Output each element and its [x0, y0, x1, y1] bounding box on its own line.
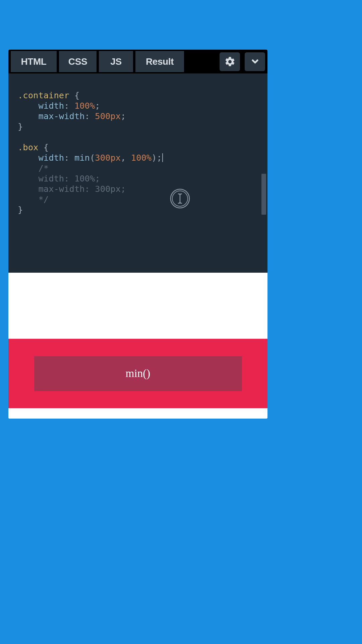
demo-box: min() [34, 356, 242, 391]
text-cursor-icon [170, 168, 190, 188]
code-comment: /* [38, 163, 49, 173]
gear-icon [224, 56, 236, 67]
code-comment: width: 100%; [38, 173, 100, 183]
code-selector: .container [18, 90, 69, 100]
demo-box-label: min() [126, 367, 150, 380]
text-caret [162, 153, 163, 162]
settings-button[interactable] [220, 52, 240, 71]
scrollbar-thumb[interactable] [261, 174, 266, 215]
code-function: min [74, 153, 90, 163]
code-selector: .box [18, 142, 38, 152]
tab-html[interactable]: HTML [11, 51, 57, 72]
code-value: 500px [95, 111, 121, 121]
tab-css[interactable]: CSS [59, 51, 97, 72]
code-comment: max-width: 300px; [38, 184, 126, 194]
jsfiddle-frame: HTML CSS JS Result .container { width: 1… [8, 50, 267, 419]
code-property: width [38, 153, 64, 163]
result-pane: min() 1 [8, 273, 267, 419]
css-editor[interactable]: .container { width: 100%; max-width: 500… [8, 73, 267, 273]
demo-container: min() [8, 339, 267, 408]
code-value: 100% [74, 101, 95, 111]
code-property: max-width [38, 111, 84, 121]
tab-result[interactable]: Result [135, 51, 184, 72]
code-property: width [38, 101, 64, 111]
collapse-button[interactable] [245, 52, 265, 71]
chevron-down-icon [249, 56, 261, 67]
toolbar: HTML CSS JS Result [8, 50, 267, 73]
code-comment: */ [38, 194, 49, 204]
tab-js[interactable]: JS [99, 51, 133, 72]
